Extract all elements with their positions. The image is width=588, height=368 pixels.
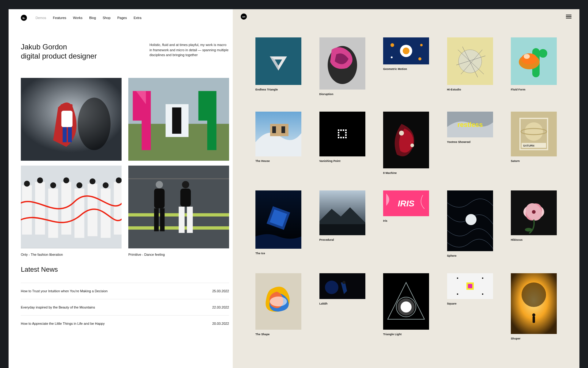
work-item[interactable]: Primitive - Dance feeling xyxy=(128,166,229,248)
portfolio-item[interactable]: Procedural xyxy=(319,190,365,257)
portfolio-item[interactable]: Shuper xyxy=(511,273,557,340)
portfolio-caption: The House xyxy=(255,156,301,163)
portfolio-caption: Sphere xyxy=(447,251,493,257)
svg-point-111 xyxy=(342,281,345,284)
svg-point-84 xyxy=(410,144,414,147)
right-logo-icon[interactable]: un xyxy=(241,13,247,20)
portfolio-item[interactable]: The House xyxy=(255,112,301,174)
svg-point-50 xyxy=(420,44,423,46)
news-row[interactable]: How to Appreciate the Little Things in L… xyxy=(21,315,229,332)
news-list: How to Trust your Intuition when You're … xyxy=(21,283,229,332)
portfolio-item[interactable]: Geometric Motion xyxy=(383,37,429,96)
portfolio-item[interactable]: restless Yootree Showreel xyxy=(447,112,493,174)
portfolio-caption: The Ice xyxy=(255,249,301,255)
svg-point-25 xyxy=(103,182,108,188)
nav-features[interactable]: Features xyxy=(53,16,66,20)
svg-rect-71 xyxy=(340,129,342,131)
svg-rect-38 xyxy=(187,207,193,233)
svg-point-125 xyxy=(522,282,546,307)
portfolio-item[interactable]: IRIS Iris xyxy=(383,190,429,257)
thumb-square xyxy=(447,273,493,299)
svg-rect-74 xyxy=(338,132,339,133)
thumb-saturn: SATURN xyxy=(511,112,557,156)
portfolio-caption: Hi-Estudio xyxy=(447,85,493,91)
svg-rect-32 xyxy=(154,189,164,208)
svg-point-49 xyxy=(390,43,394,47)
portfolio-caption: Labâh xyxy=(319,299,365,305)
svg-point-127 xyxy=(532,313,535,316)
svg-rect-72 xyxy=(343,129,344,131)
portfolio-caption: Saturn xyxy=(511,156,557,163)
left-news: Latest News How to Trust your Intuition … xyxy=(9,248,241,332)
news-title: Latest News xyxy=(21,266,229,274)
portfolio-caption: Iris xyxy=(383,216,429,222)
left-nav: Demos Features Works Blog Shop Pages Ext… xyxy=(36,16,141,20)
nav-demos[interactable]: Demos xyxy=(36,16,46,20)
portfolio-item[interactable]: The Ice xyxy=(255,190,301,257)
svg-rect-69 xyxy=(319,112,365,156)
svg-rect-123 xyxy=(468,284,472,288)
portfolio-item[interactable]: Labâh xyxy=(319,273,365,340)
svg-rect-37 xyxy=(179,207,185,233)
left-logo-icon[interactable]: u. xyxy=(21,15,27,21)
svg-rect-126 xyxy=(533,316,535,323)
portfolio-item[interactable]: Hibiscus xyxy=(511,190,557,257)
svg-rect-33 xyxy=(154,208,159,231)
portfolio-item[interactable]: Fluid Form xyxy=(511,37,557,96)
svg-point-51 xyxy=(418,57,421,60)
portfolio-item[interactable]: Disruption xyxy=(319,37,365,96)
svg-rect-34 xyxy=(160,208,164,231)
portfolio-item[interactable]: Vanishing Point xyxy=(319,112,365,174)
work-item[interactable]: Missguided - Social distance xyxy=(128,78,229,161)
portfolio-item[interactable]: Square xyxy=(447,273,493,340)
svg-point-89 xyxy=(525,122,543,141)
svg-point-105 xyxy=(532,210,536,214)
thumb-shuper xyxy=(511,273,557,334)
portfolio-item[interactable]: 8 Machine xyxy=(383,112,429,174)
nav-blog[interactable]: Blog xyxy=(89,16,96,20)
nav-extra[interactable]: Extra xyxy=(134,16,141,20)
portfolio-caption: Square xyxy=(447,299,493,305)
thumb-8-machine xyxy=(383,112,429,168)
portfolio-item[interactable]: Hi-Estudio xyxy=(447,37,493,96)
hero-name: Jakub Gordon digital product designer xyxy=(21,42,131,61)
portfolio-item[interactable]: SATURN Saturn xyxy=(511,112,557,174)
portfolio-item[interactable]: Endless Triangle xyxy=(255,37,301,96)
hamburger-menu-icon[interactable] xyxy=(566,15,571,18)
news-row[interactable]: How to Trust your Intuition when You're … xyxy=(21,283,229,299)
svg-point-20 xyxy=(37,177,43,183)
work-thumb-only xyxy=(21,166,122,248)
svg-rect-68 xyxy=(281,126,285,133)
nav-shop[interactable]: Shop xyxy=(103,16,111,20)
svg-rect-13 xyxy=(48,189,58,238)
news-item-date: 22.03.2022 xyxy=(212,305,229,309)
portfolio-caption: Fluid Form xyxy=(511,85,557,91)
portfolio-caption: Triangle Light xyxy=(383,330,429,336)
svg-rect-79 xyxy=(340,137,342,138)
portfolio-caption: Disruption xyxy=(319,90,365,96)
work-item[interactable]: Sick Hero - A revange story xyxy=(21,78,122,161)
work-caption: Primitive - Dance feeling xyxy=(128,248,229,256)
nav-works[interactable]: Works xyxy=(73,16,82,20)
thumb-the-house xyxy=(255,112,301,156)
portfolio-item[interactable]: Triangle Light xyxy=(383,273,429,340)
portfolio-caption: Hibiscus xyxy=(511,235,557,241)
svg-point-23 xyxy=(77,182,82,188)
svg-rect-9 xyxy=(172,107,181,134)
svg-point-83 xyxy=(399,131,404,136)
left-site: u. Demos Features Works Blog Shop Pages … xyxy=(9,9,241,368)
nav-pages[interactable]: Pages xyxy=(117,16,127,20)
svg-point-64 xyxy=(539,49,547,58)
svg-point-22 xyxy=(63,177,69,183)
svg-point-116 xyxy=(398,298,415,316)
portfolio-item[interactable]: The Shape xyxy=(255,273,301,340)
news-row[interactable]: Everyday inspired by the Beauty of the M… xyxy=(21,299,229,315)
work-item[interactable]: Only - The fashion liberation xyxy=(21,166,122,248)
portfolio-item[interactable]: Sphere xyxy=(447,190,493,257)
svg-text:SATURN: SATURN xyxy=(523,144,534,147)
svg-rect-12 xyxy=(35,182,45,234)
svg-rect-81 xyxy=(345,137,347,138)
svg-point-106 xyxy=(525,228,532,232)
thumb-fluid-form xyxy=(511,37,557,85)
svg-point-108 xyxy=(270,297,287,306)
